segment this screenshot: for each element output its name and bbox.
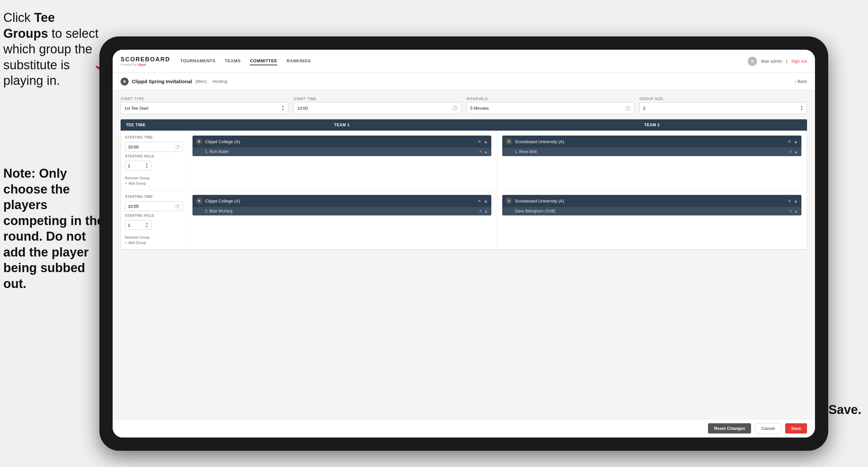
starting-hole-label-2: STARTING HOLE: — [125, 214, 183, 217]
intervals-clock-icon: 🕐 — [625, 106, 630, 111]
click-save-bold: Save. — [829, 403, 861, 417]
group-size-group: Group Size 2 ▲▼ — [640, 97, 807, 114]
team2-entry-2: S Scoreboard University (A) ✕ ▲ Dave Bil… — [502, 195, 801, 215]
nav-tournaments[interactable]: TOURNAMENTS — [180, 57, 215, 65]
tournament-gender: (Men) — [195, 79, 207, 84]
team1-arrow-2[interactable]: ▲ — [483, 198, 488, 204]
player-close-1-1[interactable]: ✕ — [479, 149, 482, 154]
start-time-value: 10:00 — [297, 106, 308, 111]
player-close-2-2[interactable]: ✕ — [789, 209, 792, 213]
col-team2: Team 2 — [497, 119, 807, 130]
starting-time-value-1: 10:00 — [128, 145, 139, 149]
instruction-text: Click Tee Groups to select which group t… — [3, 10, 99, 89]
settings-row: Start Type 1st Tee Start ▲▼ Start Time 1… — [121, 97, 807, 114]
team1-actions-1: ✕ ▲ — [477, 139, 488, 144]
starting-hole-value-1: 1 — [128, 164, 130, 168]
remove-group-2[interactable]: Remove Group — [125, 235, 183, 239]
starting-time-label-1: STARTING TIME: — [125, 136, 183, 139]
start-time-input[interactable]: 10:00 🕐 — [293, 102, 461, 114]
intervals-input[interactable]: 5 Minutes 🕐 — [466, 102, 634, 114]
player-name-1-1: 1. Rich Butler — [205, 149, 229, 154]
note-prefix: Note: — [3, 166, 39, 180]
add-group-2[interactable]: + Add Group — [125, 241, 183, 244]
intervals-label: Intervals — [466, 97, 634, 101]
player-close-2-1[interactable]: ✕ — [789, 149, 792, 154]
start-time-group: Start Time 10:00 🕐 — [293, 97, 461, 114]
reset-changes-button[interactable]: Reset Changes — [708, 423, 751, 434]
intervals-group: Intervals 5 Minutes 🕐 — [466, 97, 634, 114]
tee-table-header: Tee Time Team 1 Team 2 — [121, 119, 807, 130]
col-team1: Team 1 — [187, 119, 497, 130]
team2-badge-1: S — [505, 138, 512, 145]
group-actions-1: Remove Group + Add Group — [125, 176, 183, 185]
starting-time-input-1[interactable]: 10:00 🕐 — [125, 142, 183, 152]
footer: Reset Changes Cancel Save — [113, 419, 815, 438]
nav-teams[interactable]: TEAMS — [225, 57, 241, 65]
hole-spinner-2: ▲▼ — [145, 222, 148, 228]
team1-entry-2: B Clippd College (A) ✕ ▲ 2. Blair McHarg — [192, 195, 491, 215]
starting-hole-input-1[interactable]: 1 ▲▼ — [125, 161, 151, 171]
save-button[interactable]: Save — [785, 423, 807, 434]
player-actions-1-1: ✕ ▲ — [479, 149, 488, 154]
tournament-title: Clippd Spring Invitational — [132, 79, 192, 84]
nav-links: TOURNAMENTS TEAMS COMMITTEE RANKINGS — [180, 57, 748, 65]
player-arrow-2-2: ▲ — [794, 209, 798, 213]
add-group-label-2: Add Group — [128, 241, 146, 244]
team1-header-2: B Clippd College (A) ✕ ▲ — [192, 195, 491, 207]
add-group-1[interactable]: + Add Group — [125, 181, 183, 185]
team2-arrow-2[interactable]: ▲ — [794, 198, 798, 204]
player-arrow-2-1: ▲ — [794, 149, 798, 154]
team1-cell-1: B Clippd College (A) ✕ ▲ 1. Rich Butler — [187, 131, 497, 190]
team1-close-2[interactable]: ✕ — [477, 198, 482, 204]
team2-close-1[interactable]: ✕ — [787, 139, 792, 144]
cancel-button[interactable]: Cancel — [755, 423, 781, 434]
team2-close-2[interactable]: ✕ — [787, 198, 792, 204]
nav-right: B blair admin | Sign out — [748, 57, 807, 66]
team2-arrow-1[interactable]: ▲ — [794, 139, 798, 144]
player-close-1-2[interactable]: ✕ — [479, 209, 482, 213]
remove-group-1[interactable]: Remove Group — [125, 176, 183, 180]
player-arrow-1-2: ▲ — [484, 209, 488, 213]
player-name-2-1: 1. Rees Britt — [515, 149, 537, 154]
starting-hole-value-2: 1 — [128, 223, 130, 228]
player-row-2-1: 1. Rees Britt ✕ ▲ — [502, 147, 801, 156]
note-text: Note: Only choose the players competing … — [3, 166, 106, 292]
starting-time-value-2: 10:05 — [128, 204, 139, 209]
navbar: SCOREBOARD Powered by clippd TOURNAMENTS… — [113, 50, 815, 73]
player-name-2-2: Dave Billingham (SUB) — [515, 209, 556, 213]
group-size-spinner: ▲▼ — [800, 105, 803, 111]
player-actions-2-2: ✕ ▲ — [789, 209, 798, 213]
team1-arrow-1[interactable]: ▲ — [483, 139, 488, 144]
time-icon-2: 🕐 — [175, 204, 180, 208]
team2-actions-1: ✕ ▲ — [787, 139, 798, 144]
player-actions-1-2: ✕ ▲ — [479, 209, 488, 213]
team1-close-1[interactable]: ✕ — [477, 139, 482, 144]
logo-scoreboard: SCOREBOARD — [121, 56, 170, 63]
group-size-value: 2 — [643, 106, 645, 111]
nav-committee[interactable]: COMMITTEE — [250, 57, 277, 65]
starting-time-label-2: STARTING TIME: — [125, 195, 183, 199]
team2-name-1: Scoreboard University (A) — [515, 139, 785, 144]
team2-entry-1: S Scoreboard University (A) ✕ ▲ 1. Rees … — [502, 136, 801, 156]
player-actions-2-1: ✕ ▲ — [789, 149, 798, 154]
back-button[interactable]: ‹ Back — [795, 79, 807, 84]
team2-name-2: Scoreboard University (A) — [515, 199, 785, 204]
start-type-spinner: ▲▼ — [281, 105, 285, 111]
hosting-label: Hosting — [213, 79, 227, 84]
add-group-label-1: Add Group — [128, 181, 146, 185]
start-type-input[interactable]: 1st Tee Start ▲▼ — [121, 102, 288, 114]
nav-user: blair admin — [761, 59, 782, 64]
starting-hole-input-2[interactable]: 1 ▲▼ — [125, 220, 151, 230]
tee-groups-container: STARTING TIME: 10:00 🕐 STARTING HOLE: 1 … — [121, 130, 807, 250]
starting-time-input-2[interactable]: 10:05 🕐 — [125, 201, 183, 211]
sub-badge: B — [121, 78, 128, 86]
group-size-input[interactable]: 2 ▲▼ — [640, 102, 807, 114]
col-tee-time: Tee Time — [121, 119, 187, 130]
nav-rankings[interactable]: RANKINGS — [286, 57, 311, 65]
nav-signout[interactable]: Sign out — [791, 59, 807, 64]
note-body: Only choose the players competing in the… — [3, 166, 104, 291]
team2-badge-2: S — [505, 198, 512, 204]
instruction-prefix: Click — [3, 10, 34, 25]
team1-badge-2: B — [196, 198, 203, 204]
logo-powered-by: Powered by clippd — [121, 63, 170, 66]
